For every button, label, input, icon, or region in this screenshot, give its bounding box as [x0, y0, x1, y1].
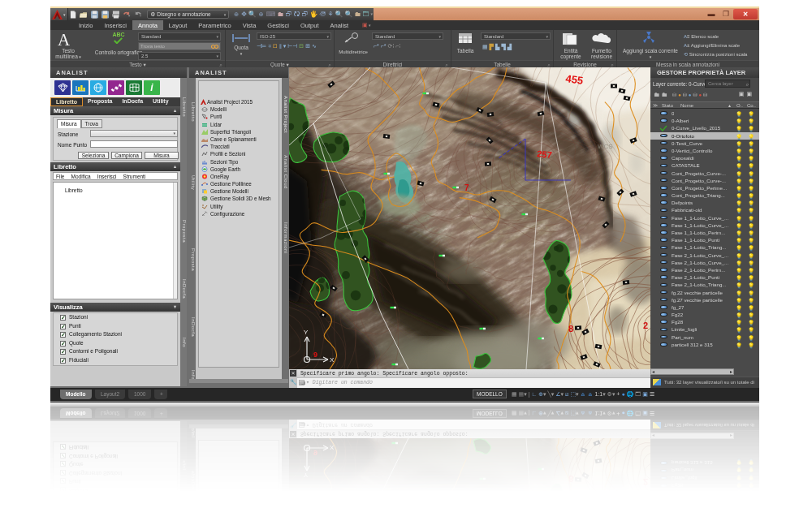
svg-text:257: 257 — [537, 149, 553, 160]
svg-text:2: 2 — [643, 321, 648, 330]
svg-text:X: X — [330, 356, 335, 364]
svg-text:WCS: WCS — [598, 143, 613, 150]
svg-text:455: 455 — [565, 72, 585, 87]
svg-text:9: 9 — [313, 351, 317, 359]
svg-text:7: 7 — [464, 183, 469, 192]
svg-text:8: 8 — [568, 324, 573, 334]
svg-text:Y: Y — [304, 329, 309, 336]
